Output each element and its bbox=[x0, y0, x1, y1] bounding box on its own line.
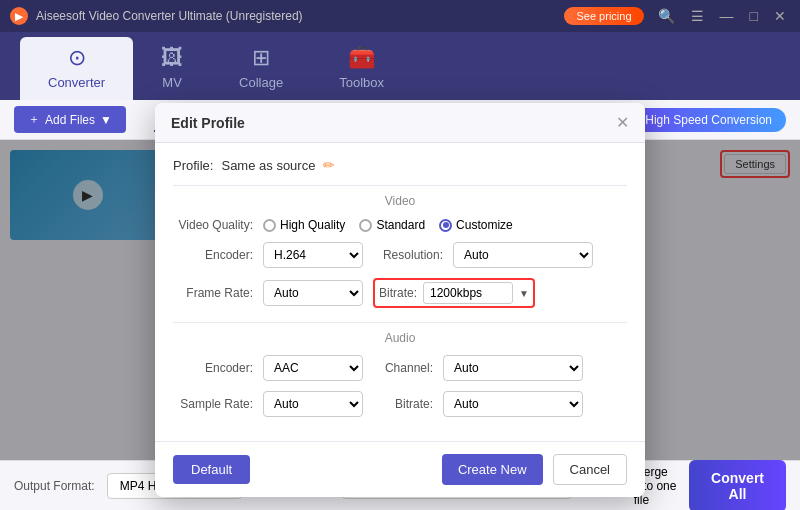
converter-icon: ⊙ bbox=[68, 45, 86, 71]
video-quality-row: Video Quality: High Quality Standard bbox=[173, 218, 627, 232]
quality-standard[interactable]: Standard bbox=[359, 218, 425, 232]
edit-icon[interactable]: ✏ bbox=[323, 157, 335, 173]
cancel-button[interactable]: Cancel bbox=[553, 454, 627, 485]
profile-value: Same as source bbox=[221, 158, 315, 173]
edit-profile-modal: Edit Profile ✕ Profile: Same as source ✏… bbox=[155, 103, 645, 497]
search-icon[interactable]: 🔍 bbox=[654, 8, 679, 24]
tab-converter[interactable]: ⊙ Converter bbox=[20, 37, 133, 100]
close-icon[interactable]: ✕ bbox=[770, 8, 790, 24]
sample-rate-bitrate-row: Sample Rate: Auto Bitrate: Auto bbox=[173, 391, 627, 417]
convert-all-button[interactable]: Convert All bbox=[689, 460, 786, 511]
dropdown-icon: ▼ bbox=[100, 113, 112, 127]
quality-customize-label: Customize bbox=[456, 218, 513, 232]
modal-footer: Default Create New Cancel bbox=[155, 441, 645, 497]
channel-select[interactable]: Auto bbox=[443, 355, 583, 381]
sample-rate-select[interactable]: Auto bbox=[263, 391, 363, 417]
framerate-bitrate-row: Frame Rate: Auto Bitrate: ▼ bbox=[173, 278, 627, 308]
default-button[interactable]: Default bbox=[173, 455, 250, 484]
frame-rate-select[interactable]: Auto bbox=[263, 280, 363, 306]
audio-encoder-label: Encoder: bbox=[173, 361, 253, 375]
audio-bitrate-label: Bitrate: bbox=[373, 397, 433, 411]
resolution-select[interactable]: Auto bbox=[453, 242, 593, 268]
modal-close-button[interactable]: ✕ bbox=[616, 113, 629, 132]
audio-section-label: Audio bbox=[173, 322, 627, 345]
channel-label: Channel: bbox=[373, 361, 433, 375]
encoder-select[interactable]: H.264 bbox=[263, 242, 363, 268]
titlebar: ▶ Aiseesoft Video Converter Ultimate (Un… bbox=[0, 0, 800, 32]
profile-row: Profile: Same as source ✏ bbox=[173, 157, 627, 173]
add-files-button[interactable]: ＋ Add Files ▼ bbox=[14, 106, 126, 133]
modal-body: Profile: Same as source ✏ Video Video Qu… bbox=[155, 143, 645, 441]
footer-right: Create New Cancel bbox=[442, 454, 627, 485]
encoder-label: Encoder: bbox=[173, 248, 253, 262]
app-title: Aiseesoft Video Converter Ultimate (Unre… bbox=[36, 9, 564, 23]
tab-collage[interactable]: ⊞ Collage bbox=[211, 37, 311, 100]
modal-overlay: Edit Profile ✕ Profile: Same as source ✏… bbox=[0, 140, 800, 460]
collage-icon: ⊞ bbox=[252, 45, 270, 71]
video-quality-label: Video Quality: bbox=[173, 218, 253, 232]
bitrate-label: Bitrate: bbox=[379, 286, 417, 300]
audio-encoder-select[interactable]: AAC bbox=[263, 355, 363, 381]
frame-rate-label: Frame Rate: bbox=[173, 286, 253, 300]
tab-mv[interactable]: 🖼 MV bbox=[133, 37, 211, 100]
maximize-icon[interactable]: □ bbox=[746, 8, 762, 24]
bitrate-highlight: Bitrate: ▼ bbox=[373, 278, 535, 308]
quality-high[interactable]: High Quality bbox=[263, 218, 345, 232]
video-section-label: Video bbox=[173, 185, 627, 208]
plus-icon: ＋ bbox=[28, 111, 40, 128]
quality-radio-group: High Quality Standard Customize bbox=[263, 218, 513, 232]
quality-standard-label: Standard bbox=[376, 218, 425, 232]
menu-icon[interactable]: ☰ bbox=[687, 8, 708, 24]
mv-icon: 🖼 bbox=[161, 45, 183, 71]
bitrate-input[interactable] bbox=[423, 282, 513, 304]
see-pricing-button[interactable]: See pricing bbox=[564, 7, 643, 25]
profile-label: Profile: bbox=[173, 158, 213, 173]
tab-toolbox[interactable]: 🧰 Toolbox bbox=[311, 37, 412, 100]
bitrate-dropdown-icon[interactable]: ▼ bbox=[519, 288, 529, 299]
modal-header: Edit Profile ✕ bbox=[155, 103, 645, 143]
radio-standard[interactable] bbox=[359, 219, 372, 232]
nav-tabs: ⊙ Converter 🖼 MV ⊞ Collage 🧰 Toolbox bbox=[0, 32, 800, 100]
minimize-icon[interactable]: — bbox=[716, 8, 738, 24]
main-area: ▶ Settings Edit Profile ✕ Profile: Same … bbox=[0, 140, 800, 460]
window-controls[interactable]: 🔍 ☰ — □ ✕ bbox=[654, 8, 790, 24]
app-logo: ▶ bbox=[10, 7, 28, 25]
output-format-label: Output Format: bbox=[14, 479, 95, 493]
radio-high[interactable] bbox=[263, 219, 276, 232]
audio-encoder-channel-row: Encoder: AAC Channel: Auto bbox=[173, 355, 627, 381]
resolution-label: Resolution: bbox=[373, 248, 443, 262]
toolbox-icon: 🧰 bbox=[348, 45, 375, 71]
audio-bitrate-select[interactable]: Auto bbox=[443, 391, 583, 417]
quality-high-label: High Quality bbox=[280, 218, 345, 232]
modal-title: Edit Profile bbox=[171, 115, 245, 131]
radio-customize[interactable] bbox=[439, 219, 452, 232]
sample-rate-label: Sample Rate: bbox=[173, 397, 253, 411]
quality-customize[interactable]: Customize bbox=[439, 218, 513, 232]
encoder-resolution-row: Encoder: H.264 Resolution: Auto bbox=[173, 242, 627, 268]
create-new-button[interactable]: Create New bbox=[442, 454, 543, 485]
